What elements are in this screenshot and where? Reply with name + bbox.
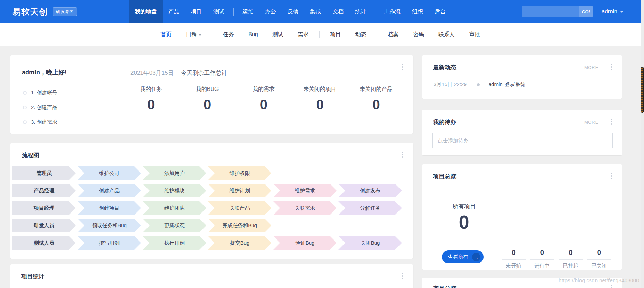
subnav-item-dynamic[interactable]: 动态 [348,31,374,38]
flow-role[interactable]: 项目经理 [12,201,76,215]
bullet-icon [477,83,480,86]
scrollbar-thumb[interactable] [641,67,644,113]
onboarding-step[interactable]: 3. 创建需求 [23,115,114,129]
flow-step[interactable]: 更新状态 [143,219,206,232]
step-circle-icon [23,120,27,124]
onboarding-step[interactable]: 1. 创建帐号 [23,85,114,100]
stat-my-tasks[interactable]: 我的任务 0 [123,86,179,112]
stat-not-started[interactable]: 0 未开始 [499,248,528,269]
work-summary-block: 2021年03月15日 今天剩余工作总计 我的任务 0 我的BUG 0 我的需求… [123,69,404,112]
more-link[interactable]: MORE [584,120,598,125]
search-go-button[interactable]: GO! [579,6,593,17]
stat-value: 0 [123,97,179,112]
top-menu-item-workflow[interactable]: 工作流 [378,0,406,23]
flow-step[interactable]: 撰写用例 [78,236,141,250]
flowchart-rows: 管理员 维护公司 添加用户 维护权限 产品经理 创建产品 维护模块 维护计划 维… [12,166,404,253]
flow-role[interactable]: 测试人员 [12,236,76,250]
subnav-item-password[interactable]: 密码 [406,31,431,38]
top-menu: 我的地盘 产品 项目 测试 运维 办公 反馈 集成 文档 统计 工作流 组织 后… [129,0,451,23]
flow-step[interactable]: 提交Bug [208,236,271,250]
search-input[interactable] [522,6,579,17]
flow-step[interactable]: 关闭Bug [338,236,402,250]
greeting-card: admin，晚上好! 1. 创建帐号 2. 创建产品 3. 创建需求 2021年… [10,55,413,134]
flow-step[interactable]: 维护权限 [208,166,271,180]
top-menu-item-product[interactable]: 产品 [163,0,185,23]
stat-value: 0 [292,97,348,112]
flow-step[interactable]: 维护需求 [273,184,337,197]
more-link[interactable]: MORE [584,65,598,70]
top-menu-item-admin[interactable]: 后台 [429,0,451,23]
top-menu-item-integration[interactable]: 集成 [304,0,327,23]
greeting-text: admin，晚上好! [22,68,114,77]
subnav-divider [212,31,212,38]
top-menu-item-organization[interactable]: 组织 [406,0,429,23]
flow-step[interactable]: 关联产品 [208,201,271,215]
subnav-item-project[interactable]: 项目 [323,31,348,38]
flow-step[interactable]: 维护团队 [143,201,206,215]
subnav-item-calendar[interactable]: 日程 [179,31,209,38]
flow-step[interactable]: 添加用户 [143,166,206,180]
subnav-item-testcase[interactable]: 测试 [265,31,291,38]
flow-role[interactable]: 管理员 [12,166,76,180]
top-menu-item-ops[interactable]: 运维 [237,0,259,23]
flow-step[interactable]: 维护公司 [78,166,141,180]
top-menu-item-project[interactable]: 项目 [185,0,208,23]
flow-step[interactable]: 创建产品 [78,184,141,197]
card-title: 产品总览 [433,285,456,288]
stat-suspended[interactable]: 0 已挂起 [556,248,585,269]
flow-step[interactable]: 领取任务和Bug [78,219,141,232]
flow-step[interactable]: 创建项目 [78,201,141,215]
stat-value: 0 [587,248,611,260]
card-menu-button[interactable] [400,62,405,72]
top-menu-item-my-zone[interactable]: 我的地盘 [129,0,163,23]
stat-my-stories[interactable]: 我的需求 0 [236,86,292,112]
subnav-item-archive[interactable]: 档案 [381,31,406,38]
card-menu-button[interactable] [609,117,614,126]
card-menu-button[interactable] [609,62,614,72]
flow-role[interactable]: 产品经理 [12,184,76,197]
onboarding-step[interactable]: 2. 创建产品 [23,100,114,115]
top-menu-item-office[interactable]: 办公 [259,0,282,23]
news-time: 3月15日 22:29 [434,81,467,88]
subnav-item-approval[interactable]: 审批 [462,31,487,38]
page-scrollbar[interactable] [641,0,644,288]
flow-step[interactable]: 维护模块 [143,184,206,197]
top-menu-item-test[interactable]: 测试 [208,0,230,23]
user-menu[interactable]: admin [602,8,624,15]
subnav-item-bug[interactable]: Bug [241,31,265,38]
flow-step[interactable]: 验证Bug [273,236,337,250]
top-menu-item-report[interactable]: 统计 [349,0,372,23]
subnav-item-story[interactable]: 需求 [291,31,316,38]
card-menu-button[interactable] [609,171,614,181]
subnav-item-home[interactable]: 首页 [153,31,179,38]
stat-in-progress[interactable]: 0 进行中 [528,248,557,269]
greeting-block: admin，晚上好! 1. 创建帐号 2. 创建产品 3. 创建需求 [22,68,114,129]
card-menu-button[interactable] [400,271,405,281]
stat-value: 0 [179,97,236,112]
stat-value: 0 [530,248,554,260]
stat-my-bugs[interactable]: 我的BUG 0 [179,86,236,112]
stat-value: 0 [502,248,526,260]
card-title: 我的待办 [433,118,456,126]
flow-step[interactable]: 关联需求 [273,201,337,215]
subnav-item-task[interactable]: 任务 [216,31,241,38]
flow-step[interactable]: 维护计划 [208,184,271,197]
add-todo-input[interactable] [432,133,613,148]
news-actor[interactable]: admin [489,81,503,87]
flow-step[interactable]: 创建发布 [338,184,402,197]
card-menu-button[interactable] [609,283,614,288]
stat-value: 0 [559,248,583,260]
card-menu-button[interactable] [400,150,405,160]
stat-closed[interactable]: 0 已关闭 [585,248,614,269]
subnav-item-contacts[interactable]: 联系人 [431,31,462,38]
stat-open-projects[interactable]: 未关闭的项目 0 [292,86,348,112]
app-logo[interactable]: 易软天创 [12,6,48,17]
flow-role[interactable]: 研发人员 [12,219,76,232]
view-all-button[interactable]: 查看所有 → [442,250,484,263]
top-menu-item-feedback[interactable]: 反馈 [282,0,304,23]
top-menu-item-doc[interactable]: 文档 [327,0,349,23]
flow-step[interactable]: 分解任务 [338,201,402,215]
flow-step[interactable]: 执行用例 [143,236,206,250]
flow-step[interactable]: 完成任务和Bug [208,219,271,232]
stat-open-products[interactable]: 未关闭的产品 0 [348,86,404,112]
